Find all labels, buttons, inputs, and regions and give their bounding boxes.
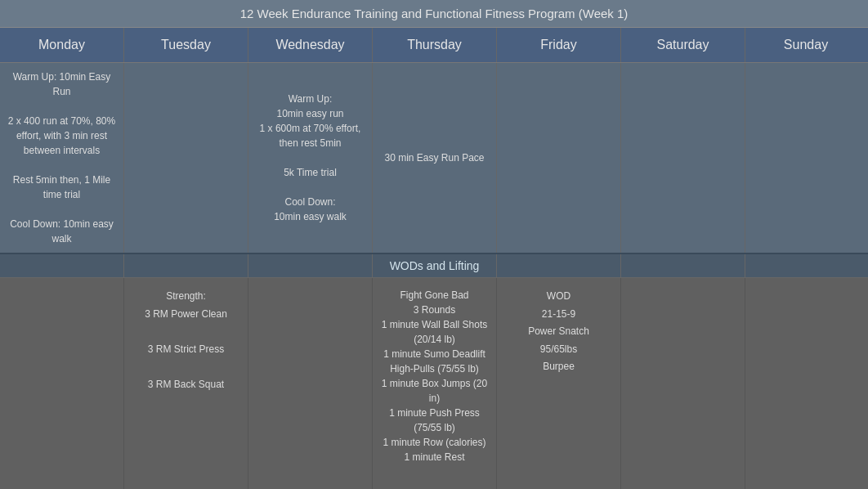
- wod-wednesday: [248, 278, 373, 489]
- days-header: Monday Tuesday Wednesday Thursday Friday…: [0, 28, 868, 63]
- main-grid: Warm Up: 10min Easy Run 2 x 400 run at 7…: [0, 63, 868, 489]
- endurance-friday: [497, 63, 621, 253]
- wods-label-row: WODs and Lifting: [0, 254, 868, 278]
- wods-label-friday: [497, 254, 621, 277]
- endurance-thursday: 30 min Easy Run Pace: [373, 63, 497, 253]
- wods-label-sunday: [745, 254, 866, 277]
- wod-friday: WOD 21-15-9 Power Snatch 95/65lbs Burpee: [497, 278, 621, 489]
- wod-saturday: [621, 278, 745, 489]
- wod-monday: [0, 278, 124, 489]
- day-sunday: Sunday: [745, 28, 866, 62]
- wods-section: Strength: 3 RM Power Clean 3 RM Strict P…: [0, 278, 868, 489]
- day-thursday: Thursday: [373, 28, 497, 62]
- wods-label-tuesday: [124, 254, 248, 277]
- day-saturday: Saturday: [621, 28, 745, 62]
- endurance-tuesday: [124, 63, 248, 253]
- wod-tuesday: Strength: 3 RM Power Clean 3 RM Strict P…: [124, 278, 248, 489]
- wods-label-thursday: WODs and Lifting: [373, 254, 497, 277]
- page-wrapper: 12 Week Endurance Training and Functiona…: [0, 0, 868, 489]
- wods-label-saturday: [621, 254, 745, 277]
- day-monday: Monday: [0, 28, 124, 62]
- endurance-saturday: [621, 63, 745, 253]
- day-friday: Friday: [497, 28, 621, 62]
- endurance-monday: Warm Up: 10min Easy Run 2 x 400 run at 7…: [0, 63, 124, 253]
- title-bar: 12 Week Endurance Training and Functiona…: [0, 0, 868, 28]
- wods-label-monday: [0, 254, 124, 277]
- day-tuesday: Tuesday: [124, 28, 248, 62]
- endurance-wednesday: Warm Up: 10min easy run 1 x 600m at 70% …: [248, 63, 373, 253]
- wod-sunday: [745, 278, 866, 489]
- day-wednesday: Wednesday: [248, 28, 373, 62]
- endurance-section: Warm Up: 10min Easy Run 2 x 400 run at 7…: [0, 63, 868, 254]
- wod-thursday: Fight Gone Bad 3 Rounds 1 minute Wall Ba…: [373, 278, 497, 489]
- wods-label-wednesday: [248, 254, 373, 277]
- endurance-sunday: [745, 63, 866, 253]
- page-title: 12 Week Endurance Training and Functiona…: [240, 7, 629, 20]
